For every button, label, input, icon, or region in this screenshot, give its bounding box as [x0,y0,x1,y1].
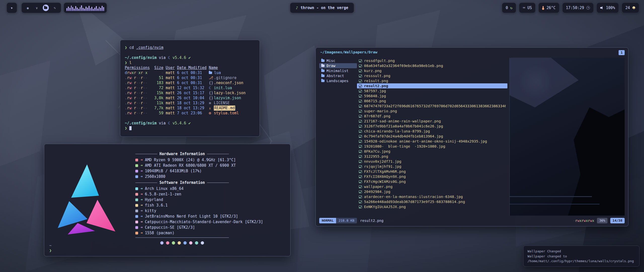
sidebar-folder-minimalist[interactable]: Minimalist [319,68,357,73]
os-icon [135,187,138,190]
volume-module[interactable]: 100% [596,3,619,13]
file-row[interactable]: 87r687df.png [357,114,507,119]
prompt-path: ~/.config/nvim [125,55,156,60]
workspace-button-4[interactable]: ✎ [52,5,58,11]
size-cell: 15k [152,90,163,95]
arrow-icon: ➜ [140,174,143,179]
file-permissions: -rwxrwxrwx [573,219,594,223]
file-row[interactable]: ressdfgult.png [357,58,507,63]
file-row[interactable]: 596848.jpg [357,93,507,98]
info-text: 10948MiB / 64183MiB (17%) [145,169,202,173]
file-name: .gitignore [214,75,236,80]
file-row[interactable]: wallpaper.png [357,184,507,189]
notification-popup[interactable]: Wallpaper Changed Wallpaper changed to /… [523,246,639,267]
file-row[interactable]: rsjqojlmjhf91.jpg [357,164,507,169]
status-bar: NORMAL 218.8 KB result2.png -rwxrwxrwx 3… [319,218,625,224]
clock-module[interactable]: 17:50:29 [562,3,594,13]
date-cell: 26 oct 15:17 [177,90,207,95]
updates-icon: ↻ [510,6,512,10]
gpu-icon [135,164,138,167]
file-name: ressdfgult.png [364,59,395,63]
file-row[interactable]: 0c794faf07de24a4db4d4fb1eb813964.jpg [357,134,507,139]
file-row[interactable]: kurz.png [357,68,507,73]
file-row[interactable]: result2.png [357,83,507,88]
image-file-icon [359,145,362,148]
workspace-button-2[interactable]: ∨ [34,5,40,11]
prompt-char: ❯ [125,126,127,130]
date-cell: 26 oct 10:04 [177,95,207,100]
lua-version: v5.4.6 [173,121,186,125]
system-tray: 0 ↻ ⌨ US 26°C 17:50:29 100% 24 [502,0,639,13]
workspace-button-3[interactable] [43,5,49,11]
info-text: AMD Ryzen 9 5900X (24) @ 4.9GHz [61.3°C] [145,158,236,162]
user-cell: matt [166,106,175,111]
terminal-window-fetch[interactable]: Hardware Information ➜AMD Ryzen 9 5900X … [44,144,291,256]
file-row[interactable]: 19201080-__blue-tinge__-1920×1080.jpg [357,144,507,149]
fetch-prompt[interactable]: ~ ❯ [49,243,52,253]
file-list: ressdfgult.png08a634fa02a32364f69ebc86a9… [357,58,507,216]
file-row[interactable]: resssult.png [357,73,507,78]
file-row[interactable]: FXfcJlTXgAMvH6R.png [357,169,507,174]
text-cursor [129,126,132,130]
folder-icon [321,59,325,62]
file-row[interactable]: 217167-sad-anime-rain-wallpaper.png [357,119,507,124]
sidebar-folder-draw[interactable]: Draw [319,63,357,68]
info-text: Hyprland [145,197,163,202]
launcher-button[interactable]: ➤ [7,3,17,13]
file-row[interactable]: nnvuv0xj2df71.jpg [357,159,507,164]
wm-icon [135,198,138,201]
tab-indicator[interactable]: 1 [619,50,625,55]
active-prompt-line[interactable]: ❯ [125,126,255,131]
keyboard-layout-module[interactable]: ⌨ US [519,3,536,13]
file-row[interactable]: FXfcHgcWIAMzs0G.png [357,179,507,184]
file-row[interactable]: 20492984.jpg [357,189,507,194]
file-row[interactable]: 866715.png [357,98,507,104]
date-cell: 12 oct 15:32 [177,85,207,90]
keyboard-layout-value: US [527,6,532,10]
info-line: ➜Catppuccin-SE [GTK2/3] [135,225,284,230]
file-row[interactable]: 08a634fa02a32364f69ebc86a98eb1eb.png [357,63,507,68]
visualizer-bar [86,7,87,11]
image-file-icon [359,170,362,173]
file-row[interactable]: 3122955.png [357,154,507,159]
file-listing: drwxr-xr-x-matt6 oct 00:31lua.rw-r--r--5… [125,70,255,116]
file-name: super-mario.png [364,109,397,113]
scroll-percent-badge: 36% [597,218,607,223]
folder-name: Draw [327,64,335,68]
file-row[interactable]: 587597.jpg [357,88,507,93]
file-row[interactable]: 3126f7e9bbf21a8a4af0b67b041c6e26.jpg [357,124,507,129]
sidebar-folder-misc[interactable]: Misc [319,58,357,63]
file-row[interactable]: chica-mirando-la-luna-8799.jpg [357,129,507,134]
file-name: 3126f7e9bbf21a8a4af0b67b041c6e26.jpg [364,124,443,128]
file-row[interactable]: 154928-odinokoe_anime-art-anime-okno-sin… [357,139,507,144]
info-line: ➜Hyprland [135,197,284,202]
updates-module[interactable]: 0 ↻ [502,3,516,13]
file-row[interactable]: atardecer-en-la-montanas-ilustracion-634… [357,194,507,199]
sidebar-folder-abstract[interactable]: Abstract [319,73,357,78]
terminal-window-nvim[interactable]: ❯ cd .config/nvim ~/.config/nvim via ☾ v… [120,40,260,137]
file-row[interactable]: EeNKYgIUcAAJ5JX.png [357,204,507,209]
image-file-icon [359,115,362,118]
weather-module[interactable]: 26°C [538,3,559,13]
info-text: fish 3.6.1 [145,203,168,208]
sidebar-folder-landscapes[interactable]: Landscapes [319,78,357,83]
visualizer-bar [103,7,104,11]
file-type-icon: ☾ [209,85,214,90]
file-row[interactable]: super-mario.png [357,109,507,114]
permissions-cell: .rw-r--r-- [125,100,150,106]
workspace-button-1[interactable]: ◉ [25,5,31,11]
arrow-icon: ➜ [140,186,143,191]
file-row[interactable]: 8FKa7Cu.jpeg [357,149,507,154]
name-cell: ⎇.gitignore [209,75,236,80]
hardware-section-header: Hardware Information [135,151,229,157]
music-widget[interactable]: ♪ thrown - on the verge [290,3,354,13]
divider-line [207,154,229,154]
file-row[interactable]: 5a266e448add93deab367d87173e9f25-6837886… [357,199,507,204]
file-row[interactable]: 68747470733a2f2f696d616765732d7769786d70… [357,104,507,109]
file-row[interactable]: re1sult.png [357,78,507,83]
file-manager-window[interactable]: ~/Imagenes/Wallpapers/Draw 1 MiscDrawMin… [315,47,628,226]
notifications-module[interactable]: 24 [622,3,639,13]
file-row[interactable]: FXfcII0X0AQyn9X.png [357,174,507,179]
divider-line [135,183,157,183]
file-name: 217167-sad-anime-rain-wallpaper.png [364,119,441,123]
